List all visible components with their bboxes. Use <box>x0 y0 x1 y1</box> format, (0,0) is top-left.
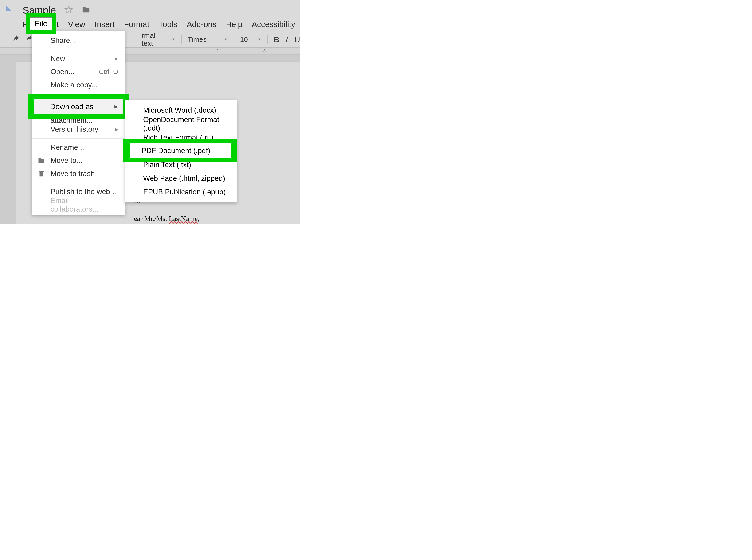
menu-tools[interactable]: Tools <box>159 20 177 29</box>
italic-button[interactable]: I <box>286 35 288 44</box>
menu-item-move-to[interactable]: Move to... <box>32 154 125 167</box>
body-text: ear Mr./Ms. <box>134 215 169 222</box>
menu-item-rename[interactable]: Rename... <box>32 141 125 154</box>
undo-icon[interactable] <box>13 35 20 44</box>
ruler-tick: 1 <box>167 48 169 54</box>
menu-view[interactable]: View <box>68 20 85 29</box>
annotation-highlight-file: File <box>26 13 56 34</box>
submenu-item-pdf-highlighted[interactable]: PDF Document (.pdf) <box>141 146 210 155</box>
paragraph-style-dropdown[interactable]: rmal text ▼ <box>141 32 175 47</box>
folder-icon[interactable] <box>81 6 91 15</box>
font-size-label: 10 <box>240 36 248 43</box>
menu-item-new[interactable]: New▶ <box>32 52 125 65</box>
annotation-highlight-download: Download as ▶ <box>28 94 129 119</box>
font-dropdown[interactable]: Times ▼ <box>188 36 228 43</box>
bold-button[interactable]: B <box>274 35 279 44</box>
star-icon[interactable] <box>64 6 73 15</box>
menu-bar: File Edit View Insert Format Tools Add-o… <box>23 20 300 29</box>
menu-item-make-copy[interactable]: Make a copy... <box>32 78 125 92</box>
font-size-dropdown[interactable]: 10 ▼ <box>240 36 261 43</box>
ruler-tick: 3 <box>263 48 266 54</box>
submenu-item-docx[interactable]: Microsoft Word (.docx) <box>125 103 237 117</box>
body-text: LastName <box>169 215 198 222</box>
menu-accessibility[interactable]: Accessibility <box>252 20 295 29</box>
folder-icon <box>37 157 45 165</box>
menu-item-share[interactable]: Share... <box>32 34 125 47</box>
file-menu: Share... New▶ Open...Ctrl+O Make a copy.… <box>32 31 125 215</box>
ruler-tick: 2 <box>216 48 218 54</box>
submenu-item-odt[interactable]: OpenDocument Format (.odt) <box>125 117 237 131</box>
submenu-item-epub[interactable]: EPUB Publication (.epub) <box>125 185 237 199</box>
annotation-highlight-pdf: PDF Document (.pdf) <box>123 139 237 162</box>
menu-item-version-history[interactable]: Version history▶ <box>32 123 125 136</box>
menu-help[interactable]: Help <box>226 20 242 29</box>
font-label: Times <box>188 36 207 43</box>
paragraph-style-label: rmal text <box>141 32 168 47</box>
underline-button[interactable]: U <box>294 35 300 44</box>
menu-insert[interactable]: Insert <box>95 20 114 29</box>
menu-format[interactable]: Format <box>124 20 150 29</box>
menu-item-email-collaborators: Email collaborators... <box>32 198 125 212</box>
trash-icon <box>37 170 45 178</box>
menu-addons[interactable]: Add-ons <box>187 20 217 29</box>
submenu-item-html[interactable]: Web Page (.html, zipped) <box>125 172 237 185</box>
menu-item-move-to-trash[interactable]: Move to trash <box>32 167 125 180</box>
menu-file-highlighted[interactable]: File <box>35 19 48 28</box>
body-text: , <box>198 215 200 222</box>
menu-item-download-as-highlighted[interactable]: Download as <box>50 102 94 111</box>
menu-item-open[interactable]: Open...Ctrl+O <box>32 65 125 78</box>
